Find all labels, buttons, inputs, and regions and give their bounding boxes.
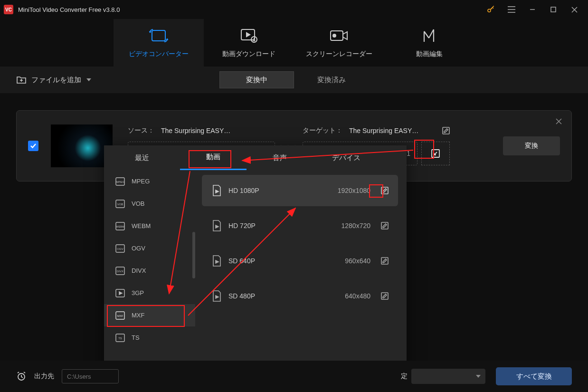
- preset-list: HD 1080P 1920x1080 HD 720P 1280x720 SD 6…: [195, 170, 407, 355]
- svg-marker-60: [476, 375, 481, 378]
- edit-icon[interactable]: [381, 292, 389, 300]
- schedule-dropdown[interactable]: [411, 369, 485, 384]
- svg-rect-48: [381, 222, 388, 229]
- convert-button[interactable]: 変換: [503, 136, 560, 155]
- preset-sd480[interactable]: SD 480P 640x480: [202, 280, 398, 312]
- svg-marker-40: [119, 292, 122, 295]
- svg-marker-16: [86, 78, 91, 81]
- app-title: MiniTool Video Converter Free v3.8.0: [18, 6, 481, 13]
- format-popup: 最近 動画 音声 デバイス MPEG MPEG VOB VOB WEBM WEB…: [104, 145, 407, 382]
- file-checkbox[interactable]: [28, 141, 38, 151]
- popup-tab-video[interactable]: 動画: [180, 145, 247, 170]
- svg-point-13: [333, 34, 336, 37]
- nav-screen-recorder[interactable]: スクリーンレコーダー: [294, 19, 384, 67]
- app-logo: VC: [4, 5, 13, 14]
- convert-all-button[interactable]: すべて変換: [496, 367, 572, 385]
- minimize-button[interactable]: [522, 2, 542, 17]
- add-file-button[interactable]: ファイルを追加: [16, 76, 92, 85]
- bottom-bar: 出力先 C:\Users 定 すべて変換: [0, 361, 588, 392]
- svg-text:WEBM: WEBM: [116, 225, 124, 228]
- alarm-icon[interactable]: [16, 371, 27, 382]
- format-item-mxf[interactable]: MXF MXF: [104, 304, 195, 326]
- format-item-3gp[interactable]: 3GP: [104, 282, 195, 304]
- svg-marker-10: [247, 33, 250, 37]
- nav-video-converter[interactable]: ビデオコンバーター: [114, 19, 204, 67]
- target-label: ターゲット：: [303, 126, 342, 135]
- nav-label: ビデオコンバーター: [129, 50, 189, 58]
- output-path[interactable]: C:\Users: [62, 369, 119, 383]
- target-name: The Surprising EASY…: [349, 127, 418, 134]
- svg-rect-21: [443, 127, 449, 134]
- nav-label: 動画編集: [416, 50, 443, 58]
- preset-icon: [211, 255, 222, 267]
- preset-icon: [211, 184, 222, 197]
- subtab-done[interactable]: 変換済み: [294, 71, 369, 88]
- popup-tab-audio[interactable]: 音声: [247, 145, 313, 170]
- svg-rect-8: [152, 30, 165, 41]
- nav-video-edit[interactable]: 動画編集: [384, 19, 474, 67]
- titlebar: VC MiniTool Video Converter Free v3.8.0: [0, 0, 588, 19]
- format-item-divx[interactable]: DIVX DIVX: [104, 259, 195, 282]
- top-nav: ビデオコンバーター 動画ダウンロード スクリーンレコーダー 動画編集: [0, 19, 588, 67]
- svg-point-0: [488, 9, 491, 12]
- format-item-ts[interactable]: TS TS: [104, 326, 195, 349]
- svg-rect-12: [331, 31, 343, 40]
- svg-text:MXF: MXF: [117, 315, 123, 317]
- svg-text:DIVX: DIVX: [117, 270, 123, 273]
- format-icon: TS: [115, 334, 125, 342]
- svg-marker-45: [216, 190, 218, 193]
- nav-label: スクリーンレコーダー: [306, 50, 372, 58]
- preset-sd640[interactable]: SD 640P 960x640: [202, 245, 398, 277]
- popup-tab-device[interactable]: デバイス: [313, 145, 379, 170]
- chevron-down-icon: [476, 375, 481, 378]
- svg-rect-46: [381, 187, 388, 194]
- subtab-converting[interactable]: 変換中: [219, 71, 294, 88]
- nav-label: 動画ダウンロード: [222, 50, 275, 58]
- menu-icon[interactable]: [502, 2, 522, 17]
- close-icon[interactable]: [556, 118, 562, 124]
- edit-icon[interactable]: [381, 257, 389, 265]
- format-item-ogv[interactable]: OGV OGV: [104, 237, 195, 259]
- svg-marker-47: [216, 225, 218, 228]
- format-icon: DIVX: [115, 267, 125, 275]
- popup-tab-recent[interactable]: 最近: [104, 145, 180, 170]
- nav-download[interactable]: 動画ダウンロード: [204, 19, 294, 67]
- download-icon: [239, 27, 258, 44]
- format-item-vob[interactable]: VOB VOB: [104, 192, 195, 215]
- converter-icon: [149, 27, 168, 44]
- svg-text:VOB: VOB: [117, 203, 123, 206]
- popup-tabs: 最近 動画 音声 デバイス: [104, 145, 407, 170]
- edit-icon[interactable]: [381, 187, 389, 194]
- recorder-icon: [329, 27, 349, 44]
- format-icon: [115, 289, 125, 297]
- close-button[interactable]: [564, 2, 584, 17]
- svg-rect-50: [381, 258, 388, 264]
- svg-marker-51: [216, 296, 218, 298]
- svg-rect-52: [381, 293, 388, 299]
- target-format-picker[interactable]: [421, 142, 450, 165]
- folder-plus-icon: [16, 76, 27, 84]
- svg-text:TS: TS: [118, 337, 122, 340]
- edit-icon: [421, 27, 437, 44]
- svg-line-59: [24, 372, 25, 373]
- svg-text:OGV: OGV: [117, 248, 123, 250]
- preset-icon: [211, 290, 222, 302]
- svg-marker-49: [216, 260, 218, 263]
- edit-icon[interactable]: [381, 222, 389, 229]
- format-icon: MXF: [115, 311, 125, 320]
- scrollbar-thumb[interactable]: [192, 232, 195, 278]
- preset-icon: [211, 220, 222, 232]
- preset-hd720[interactable]: HD 720P 1280x720: [202, 210, 398, 241]
- maximize-button[interactable]: [543, 2, 563, 17]
- edit-icon[interactable]: [442, 127, 450, 134]
- format-item-webm[interactable]: WEBM WEBM: [104, 215, 195, 237]
- format-icon: MPEG: [115, 177, 125, 186]
- format-list[interactable]: MPEG MPEG VOB VOB WEBM WEBM OGV OGV DIVX…: [104, 170, 195, 355]
- source-name: The Surprising EASY…: [161, 127, 230, 134]
- svg-text:MPEG: MPEG: [116, 181, 124, 183]
- key-icon[interactable]: [481, 2, 501, 17]
- svg-line-58: [18, 372, 19, 373]
- source-label: ソース：: [128, 126, 154, 135]
- format-item-mpeg[interactable]: MPEG MPEG: [104, 170, 195, 192]
- preset-hd1080[interactable]: HD 1080P 1920x1080: [202, 175, 398, 206]
